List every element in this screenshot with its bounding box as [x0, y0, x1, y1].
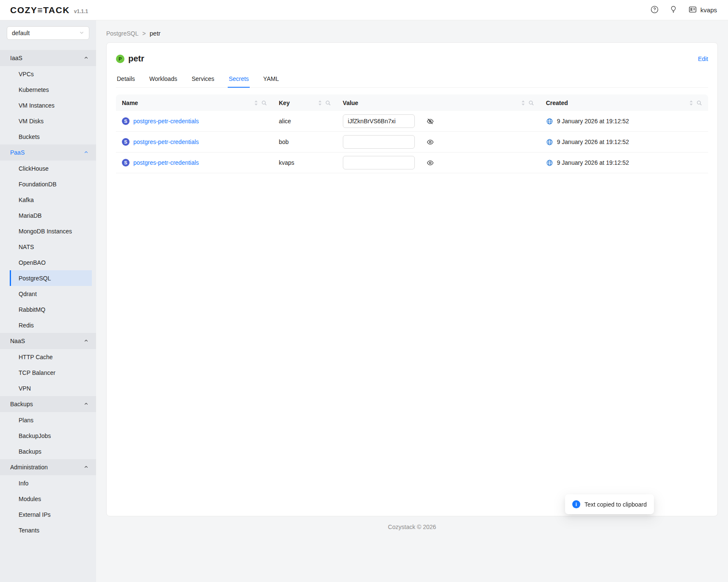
user-menu[interactable]: kvaps — [688, 5, 717, 15]
sidebar-item-qdrant[interactable]: Qdrant — [10, 286, 92, 302]
sidebar-item-kafka[interactable]: Kafka — [10, 192, 92, 208]
column-header-name: Name — [116, 94, 273, 111]
sidebar-item-label: Kafka — [19, 197, 34, 203]
secret-value-input[interactable] — [343, 135, 415, 149]
sidebar-section: Backups Plans BackupJobs Backups — [0, 396, 96, 459]
column-label: Value — [343, 100, 358, 106]
bulb-icon — [670, 6, 677, 14]
page-title: petr — [128, 54, 144, 64]
tenant-selector[interactable]: default — [7, 26, 89, 40]
sidebar-section-backups[interactable]: Backups — [0, 396, 96, 412]
breadcrumb-separator: > — [142, 30, 146, 37]
sidebar-item-vm-instances[interactable]: VM Instances — [10, 97, 92, 113]
theme-toggle-button[interactable] — [670, 6, 677, 14]
sort-icon[interactable] — [521, 100, 525, 106]
sidebar-section-iaas[interactable]: IaaS — [0, 50, 96, 66]
sidebar-item-rabbitmq[interactable]: RabbitMQ — [10, 302, 92, 317]
sidebar-item-label: VM Instances — [19, 102, 55, 109]
sidebar-item-http-cache[interactable]: HTTP Cache — [10, 349, 92, 365]
sidebar-item-kubernetes[interactable]: Kubernetes — [10, 82, 92, 97]
sidebar-item-external-ips[interactable]: External IPs — [10, 507, 92, 522]
created-text: 9 January 2026 at 19:12:52 — [557, 118, 629, 125]
sidebar-item-postgresql[interactable]: PostgreSQL — [10, 270, 92, 286]
secrets-table: Name Key — [116, 94, 708, 173]
breadcrumb-parent[interactable]: PostgreSQL — [106, 30, 138, 37]
sidebar-section-paas[interactable]: PaaS — [0, 144, 96, 161]
sidebar-item-nats[interactable]: NATS — [10, 239, 92, 255]
sidebar-item-vpn[interactable]: VPN — [10, 380, 92, 396]
user-name: kvaps — [700, 6, 717, 14]
sidebar-nav: IaaS VPCs Kubernetes VM Instances VM Dis… — [0, 50, 96, 538]
eye-icon[interactable] — [427, 159, 434, 166]
sidebar-item-label: NATS — [19, 244, 34, 250]
column-header-value: Value — [337, 94, 540, 111]
sidebar-item-label: VPCs — [19, 71, 34, 78]
search-icon[interactable] — [528, 100, 534, 106]
tab-secrets[interactable]: Secrets — [228, 72, 249, 88]
sidebar-item-label: ClickHouse — [19, 165, 49, 172]
sort-icon[interactable] — [689, 100, 693, 106]
sidebar-item-openbao[interactable]: OpenBAO — [10, 255, 92, 270]
sidebar-item-modules[interactable]: Modules — [10, 491, 92, 507]
sidebar-item-vpcs[interactable]: VPCs — [10, 66, 92, 82]
sidebar-item-clickhouse[interactable]: ClickHouse — [10, 161, 92, 176]
sidebar-item-tcp-balancer[interactable]: TCP Balancer — [10, 365, 92, 380]
secret-name-link[interactable]: postgres-petr-credentials — [133, 139, 199, 145]
secret-name-link[interactable]: postgres-petr-credentials — [133, 159, 199, 166]
tab-label: YAML — [263, 75, 279, 82]
sidebar-section-label: IaaS — [10, 55, 22, 61]
search-icon[interactable] — [696, 100, 702, 106]
sidebar-item-label: MariaDB — [19, 212, 41, 219]
chevron-down-icon — [79, 30, 84, 36]
tab-details[interactable]: Details — [116, 72, 136, 88]
tab-workloads[interactable]: Workloads — [149, 72, 178, 88]
edit-button[interactable]: Edit — [698, 55, 708, 62]
sidebar: default IaaS VPCs Kubernetes VM Instance… — [0, 20, 96, 582]
sidebar-item-label: Tenants — [19, 527, 39, 534]
chevron-up-icon — [84, 464, 88, 471]
tab-yaml[interactable]: YAML — [262, 72, 280, 88]
secret-value-input[interactable] — [343, 114, 415, 128]
table-body: S postgres-petr-credentials alice — [116, 111, 708, 173]
sidebar-section: IaaS VPCs Kubernetes VM Instances VM Dis… — [0, 50, 96, 144]
sort-icon[interactable] — [318, 100, 322, 106]
sidebar-section-administration[interactable]: Administration — [0, 459, 96, 475]
sidebar-item-label: Info — [19, 480, 28, 487]
sidebar-item-tenants[interactable]: Tenants — [10, 522, 92, 538]
sidebar-section: NaaS HTTP Cache TCP Balancer VPN — [0, 333, 96, 396]
sidebar-item-vm-disks[interactable]: VM Disks — [10, 113, 92, 129]
help-button[interactable] — [651, 6, 659, 15]
question-circle-icon — [651, 6, 659, 15]
sidebar-item-redis[interactable]: Redis — [10, 317, 92, 333]
column-header-key: Key — [273, 94, 337, 111]
secret-name-link[interactable]: postgres-petr-credentials — [133, 118, 199, 125]
sidebar-item-label: OpenBAO — [19, 259, 46, 266]
sidebar-item-mongodb-instances[interactable]: MongoDB Instances — [10, 223, 92, 239]
sidebar-item-plans[interactable]: Plans — [10, 412, 92, 428]
sidebar-item-label: Qdrant — [19, 291, 37, 297]
sidebar-section: PaaS ClickHouse FoundationDB Kafka Maria… — [0, 144, 96, 333]
sidebar-item-label: VM Disks — [19, 118, 44, 125]
sidebar-section: Administration Info Modules External IPs… — [0, 459, 96, 538]
table-row: S postgres-petr-credentials kvaps — [116, 152, 708, 173]
logo: COZY≡TACK v1.1.1 — [10, 5, 88, 15]
search-icon[interactable] — [261, 100, 267, 106]
sidebar-item-buckets[interactable]: Buckets — [10, 129, 92, 144]
search-icon[interactable] — [325, 100, 331, 106]
secret-icon: S — [122, 117, 130, 125]
footer: Cozystack © 2026 — [106, 516, 718, 536]
eye-icon[interactable] — [427, 139, 434, 146]
sidebar-item-label: RabbitMQ — [19, 306, 45, 313]
sidebar-section-label: Backups — [10, 401, 33, 407]
eye-invisible-icon[interactable] — [427, 118, 434, 125]
sidebar-item-label: HTTP Cache — [19, 354, 53, 360]
tab-services[interactable]: Services — [191, 72, 215, 88]
sidebar-item-info[interactable]: Info — [10, 475, 92, 491]
sidebar-item-backups[interactable]: Backups — [10, 443, 92, 459]
sidebar-item-backupjobs[interactable]: BackupJobs — [10, 428, 92, 443]
sidebar-item-foundationdb[interactable]: FoundationDB — [10, 176, 92, 192]
sidebar-item-mariadb[interactable]: MariaDB — [10, 208, 92, 223]
sort-icon[interactable] — [254, 100, 258, 106]
sidebar-section-naas[interactable]: NaaS — [0, 333, 96, 349]
secret-value-input[interactable] — [343, 156, 415, 169]
